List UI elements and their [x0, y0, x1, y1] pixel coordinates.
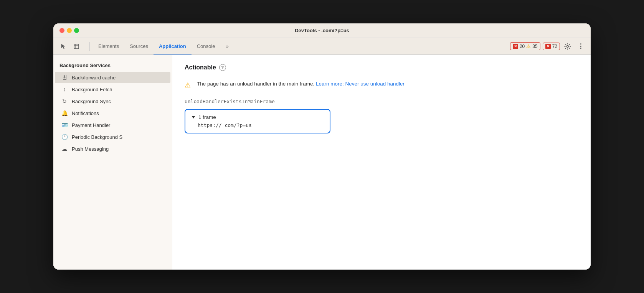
- more-options-button[interactable]: ⋮: [575, 41, 586, 52]
- issue-text: The page has an unload handler in the ma…: [197, 80, 405, 88]
- cloud-icon: ☁: [61, 146, 68, 152]
- error2-icon: ✕: [545, 44, 551, 49]
- card-icon: 🪪: [61, 122, 68, 128]
- sidebar-item-push-messaging[interactable]: ☁ Push Messaging: [55, 143, 170, 155]
- toolbar: Elements Sources Application Console » ✕…: [53, 38, 591, 55]
- frame-count: 1 frame: [198, 114, 216, 120]
- sidebar-item-payment-handler[interactable]: 🪪 Payment Handler: [55, 119, 170, 131]
- titlebar: DevTools - .com/?p=us: [53, 23, 591, 38]
- sidebar-section-title: Background Services: [53, 61, 172, 71]
- toolbar-divider: [89, 42, 90, 51]
- frame-header[interactable]: 1 frame: [192, 114, 324, 120]
- sidebar-item-periodic-background[interactable]: 🕐 Periodic Background S: [55, 131, 170, 143]
- frame-box: 1 frame https:// com/?p=us: [185, 109, 330, 133]
- help-icon[interactable]: ?: [219, 64, 226, 71]
- devtools-window: DevTools - .com/?p=us Elements: [53, 23, 591, 270]
- inspect-icon[interactable]: [71, 41, 82, 52]
- sidebar-item-label: Back/forward cache: [72, 75, 116, 81]
- tab-elements[interactable]: Elements: [93, 38, 124, 54]
- more-tabs-icon: »: [226, 43, 228, 49]
- window-title: DevTools - .com/?p=us: [295, 28, 349, 33]
- sidebar-item-label: Notifications: [72, 110, 99, 116]
- minimize-button[interactable]: [67, 28, 72, 33]
- toolbar-tabs: Elements Sources Application Console »: [93, 38, 510, 54]
- error-count2-badge[interactable]: ✕ 72: [543, 43, 560, 50]
- tab-more[interactable]: »: [220, 38, 234, 54]
- sidebar-item-label: Payment Handler: [72, 122, 110, 128]
- sidebar: Background Services 🗄 Back/forward cache…: [53, 55, 172, 270]
- sync-icon: ↻: [61, 98, 68, 104]
- toolbar-right: ✕ 20 ⚠ 35 ✕ 72 ⋮: [510, 41, 586, 52]
- learn-more-link[interactable]: Learn more: Never use unload handler: [316, 81, 405, 87]
- bell-icon: 🔔: [61, 110, 68, 116]
- frame-url: https:// com/?p=us: [192, 122, 324, 128]
- settings-button[interactable]: [562, 41, 573, 52]
- database-icon: 🗄: [61, 74, 68, 81]
- content-title: Actionable ?: [185, 64, 578, 71]
- warning-icon: ⚠: [526, 43, 531, 49]
- sidebar-item-notifications[interactable]: 🔔 Notifications: [55, 107, 170, 119]
- traffic-lights: [59, 28, 79, 33]
- svg-rect-0: [74, 44, 79, 49]
- error-count-badge[interactable]: ✕ 20 ⚠ 35: [510, 42, 540, 50]
- sidebar-item-background-fetch[interactable]: ↕ Background Fetch: [55, 84, 170, 95]
- maximize-button[interactable]: [74, 28, 79, 33]
- sidebar-item-label: Background Fetch: [72, 87, 112, 92]
- issue-content: The page has an unload handler in the ma…: [197, 80, 405, 89]
- warning-triangle-icon: ⚠: [185, 81, 191, 89]
- sidebar-item-background-sync[interactable]: ↻ Background Sync: [55, 95, 170, 107]
- sidebar-item-label: Periodic Background S: [72, 134, 122, 140]
- cursor-icon[interactable]: [58, 41, 69, 52]
- tab-sources[interactable]: Sources: [124, 38, 154, 54]
- error-icon: ✕: [513, 44, 518, 49]
- triangle-down-icon: [192, 116, 195, 119]
- tab-console[interactable]: Console: [192, 38, 221, 54]
- issue-code: UnloadHandlerExistsInMainFrame: [185, 99, 578, 104]
- main-area: Background Services 🗄 Back/forward cache…: [53, 55, 591, 270]
- content-area: Actionable ? ⚠ The page has an unload ha…: [172, 55, 591, 270]
- sidebar-item-label: Push Messaging: [72, 146, 109, 152]
- issue-row: ⚠ The page has an unload handler in the …: [185, 80, 578, 89]
- arrows-updown-icon: ↕: [61, 86, 68, 92]
- sidebar-item-back-forward-cache[interactable]: 🗄 Back/forward cache: [55, 72, 170, 83]
- sidebar-item-label: Background Sync: [72, 99, 111, 104]
- tab-application[interactable]: Application: [154, 38, 192, 54]
- toolbar-icons: [58, 41, 82, 52]
- close-button[interactable]: [59, 28, 64, 33]
- clock-icon: 🕐: [61, 134, 68, 140]
